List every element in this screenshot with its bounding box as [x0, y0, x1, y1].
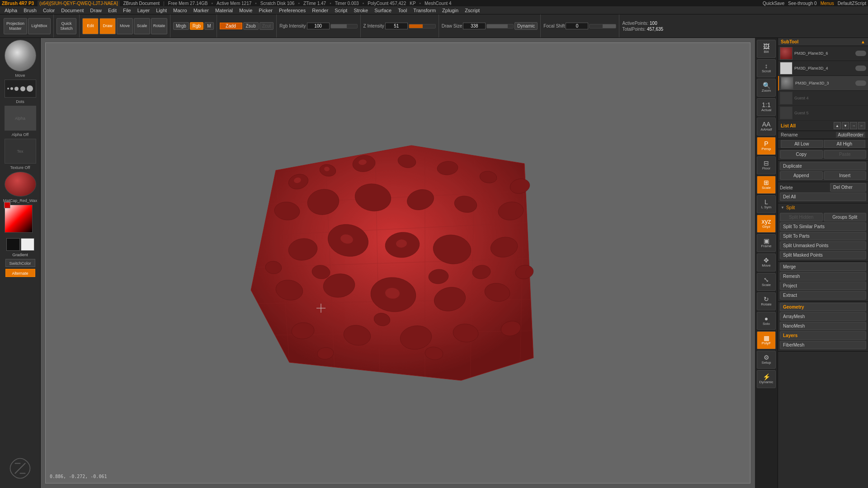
menu-preferences[interactable]: Preferences [276, 7, 308, 14]
zsub-btn[interactable]: Zsub [243, 22, 259, 30]
groups-split-btn[interactable]: Groups Split [824, 213, 867, 221]
move-btn[interactable]: Move [117, 18, 133, 34]
subtool-toggle-1[interactable] [855, 51, 866, 56]
menu-layer[interactable]: Layer [135, 7, 153, 14]
subtool-item-3[interactable]: PM3D_Plane3D_3 [778, 76, 868, 91]
dynamic-btn[interactable]: Dynamic [514, 22, 538, 30]
split-similar-btn[interactable]: Split To Similar Parts [780, 222, 866, 231]
duplicate-btn[interactable]: Duplicate [780, 162, 866, 170]
focal-slider[interactable] [589, 24, 616, 28]
arraymesh-btn[interactable]: ArrayMesh [780, 312, 866, 321]
color-picker-area[interactable] [5, 205, 36, 236]
lightbox-btn[interactable]: LightBox [28, 18, 51, 34]
menu-picker[interactable]: Picker [256, 7, 275, 14]
zoom-btn[interactable]: 🔍 Zoom [757, 79, 776, 97]
all-high-btn[interactable]: All High [824, 140, 866, 148]
alpha-preview[interactable]: Alpha [5, 106, 36, 131]
draw-size-value[interactable]: 338 [463, 23, 486, 29]
subtool-ghost-1[interactable]: Guest 4 [778, 91, 868, 106]
layers-btn[interactable]: Layers [780, 331, 866, 340]
subtool-item-1[interactable]: PM3D_Plane3D_6 [778, 46, 868, 61]
rotate-btn[interactable]: Rotate [151, 18, 167, 34]
menu-color[interactable]: Color [40, 7, 57, 14]
edit-btn[interactable]: Edit [82, 18, 99, 34]
canvas-inner[interactable]: 0.886, -0.272, -0.061 [45, 42, 750, 483]
menu-alpha[interactable]: Alpha [2, 7, 20, 14]
extract-btn[interactable]: Extract [780, 291, 866, 300]
solo-btn[interactable]: ● Solo [757, 312, 776, 330]
zbrush-document[interactable]: ZBrush Document [123, 1, 160, 6]
floor-btn[interactable]: ⊟ Floor [757, 156, 776, 174]
dynamic-side-btn[interactable]: ⚡ Dynamic [757, 370, 776, 388]
menu-script[interactable]: Script [332, 7, 350, 14]
scale-btn[interactable]: Scale [134, 18, 150, 34]
menu-zscript[interactable]: Zscript [462, 7, 482, 14]
split-to-parts-btn[interactable]: Split To Parts [780, 232, 866, 240]
m-btn[interactable]: M [204, 22, 213, 30]
zadd-btn[interactable]: Zadd [220, 23, 242, 29]
menu-macro[interactable]: Macro [170, 7, 190, 14]
menu-light[interactable]: Light [153, 7, 170, 14]
nanomesh-btn[interactable]: NanoMesh [780, 322, 866, 330]
list-all-label[interactable]: List All [781, 123, 796, 128]
projection-master-btn[interactable]: Projection Master [4, 18, 27, 34]
default-script-btn[interactable]: DefaultZScript [838, 1, 866, 6]
menu-movie[interactable]: Movie [236, 7, 255, 14]
menu-surface[interactable]: Surface [372, 7, 394, 14]
insert-btn[interactable]: Insert [824, 171, 867, 180]
list-arrow-down[interactable]: ▼ [842, 122, 849, 129]
remesh-btn[interactable]: Remesh [780, 272, 866, 281]
split-header[interactable]: ▼ Split [778, 203, 868, 212]
switch-color-btn[interactable]: SwitchColor [5, 259, 35, 267]
all-low-btn[interactable]: All Low [781, 140, 823, 148]
menu-tool[interactable]: Tool [395, 7, 410, 14]
rotate-side-btn[interactable]: ↻ Rotate [757, 292, 776, 310]
del-other-btn[interactable]: Del Other [830, 183, 866, 192]
copy-btn[interactable]: Copy [780, 150, 823, 159]
swatch-white[interactable] [21, 238, 34, 251]
subtool-ghost-2[interactable]: Guest 5 [778, 106, 868, 121]
dots-preview[interactable] [5, 80, 36, 98]
menu-zplugin[interactable]: Zplugin [439, 7, 461, 14]
brush-preview[interactable] [5, 40, 36, 71]
rgb-btn[interactable]: Rgb [190, 22, 203, 30]
mrgb-btn[interactable]: Mrgb [173, 22, 189, 30]
list-arrow-left[interactable]: ← [858, 122, 865, 129]
gxyz-btn[interactable]: xyz Gxyz [757, 215, 776, 233]
zcut-btn[interactable]: Zcut [259, 22, 274, 30]
menu-render[interactable]: Render [309, 7, 331, 14]
menu-stroke[interactable]: Stroke [351, 7, 371, 14]
swatch-black[interactable] [6, 238, 20, 251]
draw-size-slider[interactable] [486, 24, 514, 28]
menu-file[interactable]: File [120, 7, 134, 14]
append-btn[interactable]: Append [780, 171, 823, 180]
scale-side-btn2[interactable]: ⤡ Scale [757, 273, 776, 291]
scroll-btn[interactable]: ↕ Scroll [757, 59, 776, 77]
project-btn[interactable]: Project [780, 282, 866, 290]
subtool-item-2[interactable]: PM3D_Plane3D_4 [778, 61, 868, 76]
move-side-btn[interactable]: ✥ Move [757, 253, 776, 272]
linefill-btn[interactable]: ▦ PolyF [757, 331, 776, 349]
quick-save-btn[interactable]: QuickSave [763, 1, 784, 6]
fibermesh-btn[interactable]: FiberMesh [780, 341, 866, 349]
scale-side-btn[interactable]: ⊞ Scale [757, 176, 776, 194]
lsym-btn[interactable]: L L Sym [757, 195, 776, 213]
blit-btn[interactable]: 🖼 Blit [757, 40, 776, 58]
menu-document[interactable]: Document [58, 7, 86, 14]
z-intensity-value[interactable]: 51 [385, 23, 408, 29]
paste-btn[interactable]: Paste [824, 150, 867, 159]
menu-marker[interactable]: Marker [191, 7, 212, 14]
actual-btn[interactable]: 1:1 Actual [757, 98, 776, 116]
menu-brush[interactable]: Brush [21, 7, 39, 14]
split-hidden-btn[interactable]: Split Hidden [780, 213, 823, 221]
color-picker[interactable] [5, 205, 33, 233]
subtool-toggle-3[interactable] [855, 80, 866, 86]
geometry-btn[interactable]: Geometry [780, 303, 866, 311]
see-through-btn[interactable]: See-through 0 [788, 1, 816, 6]
menus-btn[interactable]: Menus [821, 1, 834, 6]
menu-edit[interactable]: Edit [105, 7, 119, 14]
canvas-area[interactable]: 0.886, -0.272, -0.061 [41, 38, 755, 488]
material-preview[interactable] [5, 172, 36, 197]
focal-shift-value[interactable]: 0 [566, 23, 588, 29]
setup-btn[interactable]: ⚙ Setup [757, 351, 776, 369]
